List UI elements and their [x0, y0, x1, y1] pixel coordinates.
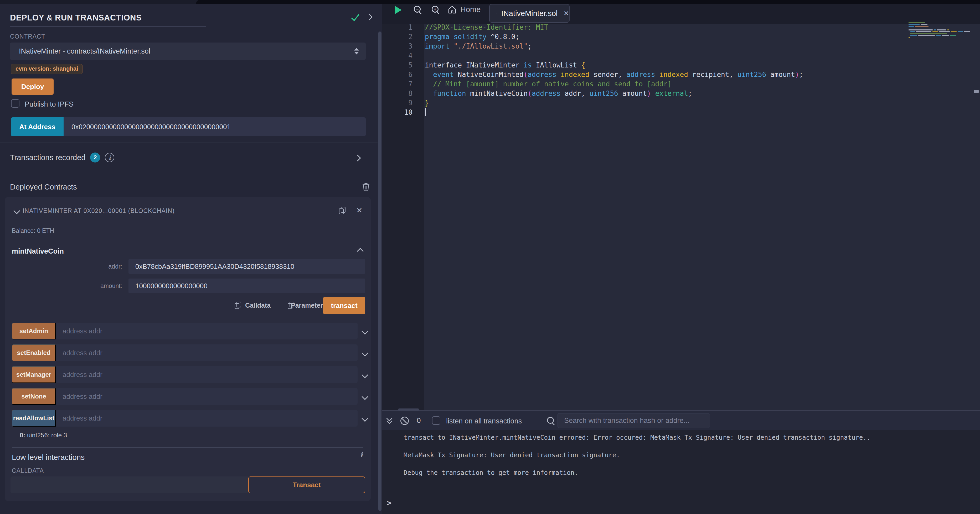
code-line: 1//SPDX-License-Identifier: MIT	[382, 22, 980, 32]
code-text: interface INativeMinter is IAllowList {	[412, 60, 585, 70]
contract-card-title: INATIVEMINTER AT 0X020...00001 (BLOCKCHA…	[22, 207, 175, 214]
function-button-setNone[interactable]: setNone	[12, 388, 56, 405]
contract-function-list: setAdminsetEnabledsetManagersetNonereadA…	[12, 323, 368, 432]
compile-success-check-icon	[350, 13, 361, 22]
low-level-info-icon[interactable]: i	[360, 451, 363, 459]
code-text: //SPDX-License-Identifier: MIT	[412, 22, 548, 32]
copy-calldata-icon[interactable]	[235, 301, 241, 309]
low-level-transact-button[interactable]: Transact	[248, 476, 365, 493]
contract-select[interactable]: INativeMinter - contracts/INativeMinter.…	[10, 43, 366, 60]
code-area[interactable]: 1//SPDX-License-Identifier: MIT2pragma s…	[382, 22, 980, 117]
code-text: function mintNativeCoin(address addr, ui…	[412, 89, 692, 98]
function-input-setNone[interactable]	[56, 388, 358, 405]
function-input-setEnabled[interactable]	[56, 344, 358, 361]
text-cursor	[425, 108, 426, 116]
function-input-setAdmin[interactable]	[56, 323, 358, 339]
transactions-expand-chevron-icon[interactable]	[354, 155, 361, 161]
tab-inativeminter[interactable]: INativeMinter.sol ✕	[489, 4, 570, 23]
function-row-setEnabled: setEnabled	[12, 344, 368, 361]
at-address-button[interactable]: At Address	[11, 117, 64, 136]
transactions-count-badge: 2	[90, 152, 100, 162]
code-line: 2pragma solidity ^0.8.0;	[382, 32, 980, 41]
at-address-input[interactable]	[64, 117, 366, 136]
code-text: import "./IAllowList.sol";	[412, 41, 532, 51]
parameter-input[interactable]	[129, 279, 365, 293]
line-number: 4	[382, 51, 412, 60]
function-button-setAdmin[interactable]: setAdmin	[12, 323, 56, 339]
code-line: 9}	[382, 98, 980, 108]
title-underline	[10, 26, 206, 27]
info-icon[interactable]: i	[105, 153, 114, 162]
expand-function-chevron-icon[interactable]	[361, 350, 368, 356]
line-number: 9	[382, 98, 412, 108]
expand-function-chevron-icon[interactable]	[361, 415, 368, 422]
zoom-out-icon[interactable]: −	[414, 6, 421, 13]
parameter-input[interactable]	[129, 259, 365, 274]
evm-version-badge: evm version: shanghai	[11, 64, 83, 74]
panel-title: DEPLOY & RUN TRANSACTIONS	[10, 13, 142, 22]
calldata-label: CALLDATA	[12, 467, 44, 474]
indent-guide	[426, 70, 426, 99]
terminal-search-icon	[547, 417, 554, 425]
function-input-setManager[interactable]	[56, 366, 358, 383]
expand-function-chevron-icon[interactable]	[361, 393, 368, 400]
function-input-readAllowList[interactable]	[56, 410, 358, 427]
expand-function-chevron-icon[interactable]	[361, 371, 368, 378]
panel-vertical-scrollbar[interactable]	[378, 32, 382, 511]
tab-close-icon[interactable]: ✕	[563, 10, 569, 17]
expand-function-chevron-icon[interactable]	[361, 328, 368, 335]
copy-calldata-label[interactable]: Calldata	[245, 301, 270, 309]
function-row-readAllowList: readAllowList	[12, 410, 368, 427]
line-number: 3	[382, 41, 412, 51]
transact-button[interactable]: transact	[323, 297, 365, 314]
home-icon	[448, 6, 457, 14]
remove-contract-icon[interactable]: ✕	[356, 207, 362, 214]
low-level-title: Low level interactions	[12, 453, 84, 462]
function-parameters: addr:amount:	[12, 259, 365, 298]
clear-console-icon[interactable]	[400, 417, 409, 425]
code-text	[412, 108, 425, 117]
trash-icon[interactable]	[362, 183, 370, 192]
run-script-play-icon[interactable]	[395, 6, 402, 14]
terminal-collapse-icon[interactable]	[387, 416, 392, 424]
line-number: 2	[382, 32, 412, 41]
deploy-button[interactable]: Deploy	[11, 78, 54, 95]
function-row-setNone: setNone	[12, 388, 368, 405]
terminal-log-line: MetaMask Tx Signature: User denied trans…	[404, 451, 972, 459]
code-line: 3import "./IAllowList.sol";	[382, 41, 980, 51]
function-row-setManager: setManager	[12, 366, 368, 383]
listen-transactions-checkbox[interactable]	[432, 416, 440, 425]
publish-ipfs-label: Publish to IPFS	[25, 100, 73, 108]
panel-collapse-chevron-icon[interactable]	[366, 14, 372, 20]
overview-ruler-marker	[974, 90, 979, 93]
publish-ipfs-checkbox[interactable]	[11, 99, 19, 108]
transactions-recorded-section: Transactions recorded 2 i	[0, 143, 377, 174]
copy-address-icon[interactable]	[339, 207, 345, 214]
tab-home[interactable]: Home	[448, 5, 480, 14]
function-button-setManager[interactable]: setManager	[12, 366, 56, 383]
open-function-name: mintNativeCoin	[12, 247, 64, 255]
function-button-readAllowList[interactable]: readAllowList	[12, 410, 56, 427]
line-number: 10	[382, 108, 412, 117]
tab-home-label: Home	[460, 5, 480, 14]
select-carets-icon	[354, 48, 359, 55]
result-index: 0:	[20, 432, 25, 439]
result-value: uint256: role 3	[25, 432, 67, 439]
code-line: 5interface INativeMinter is IAllowList {	[382, 60, 980, 70]
code-line: 7 // Mint [amount] number of native coin…	[382, 79, 980, 89]
terminal-prompt[interactable]: >	[387, 498, 391, 508]
copy-parameters-label[interactable]: Parameters	[291, 301, 326, 309]
code-text: // Mint [amount] number of native coins …	[412, 79, 671, 89]
parameter-row: addr:	[12, 259, 365, 274]
zoom-in-icon[interactable]: +	[432, 6, 439, 13]
function-button-setEnabled[interactable]: setEnabled	[12, 344, 56, 361]
transactions-recorded-label: Transactions recorded	[10, 153, 85, 162]
code-text	[412, 51, 425, 60]
calldata-input[interactable]	[11, 476, 248, 493]
terminal-drag-handle[interactable]	[398, 408, 419, 411]
function-actions-row: Calldata Parameters transact	[12, 297, 365, 314]
editor-minimap[interactable]	[908, 22, 973, 39]
terminal-search-input[interactable]	[557, 413, 710, 428]
code-text: event NativeCoinMinted(address indexed s…	[412, 70, 803, 79]
card-divider	[12, 447, 363, 447]
